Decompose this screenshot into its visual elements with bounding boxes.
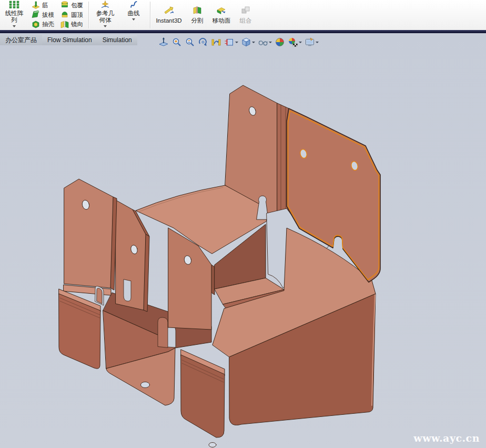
zoom-to-fit-icon: [158, 37, 169, 47]
tab-simulation[interactable]: Simulation: [97, 35, 137, 45]
reference-geometry-icon: [100, 1, 110, 10]
dropdown-caret: [252, 42, 255, 43]
dome-icon: [60, 10, 69, 19]
move-face-button[interactable]: 移动面: [209, 0, 234, 30]
rib-icon: [32, 1, 40, 10]
heads-up-view-toolbar: [158, 36, 319, 48]
toolbar-separator: [88, 2, 89, 28]
zoom-to-area-button[interactable]: [171, 36, 183, 48]
zoom-in-out-button[interactable]: [184, 36, 196, 48]
watermark: www.ayc.cn: [413, 432, 480, 444]
toolbar-separator: [150, 2, 150, 28]
linear-pattern-button[interactable]: 线性阵列: [0, 0, 28, 30]
toolbar-divider: [0, 30, 486, 33]
features-toolbar: 线性阵列 筋 拔模 抽壳 包覆 圆顶 镜向: [0, 0, 486, 30]
split-label: 分割: [191, 17, 204, 25]
graphics-viewport[interactable]: 办公室产品 Flow Simulation Simulation: [0, 33, 486, 448]
dropdown-caret: [104, 25, 107, 27]
dome-button[interactable]: 圆顶: [58, 11, 85, 19]
combine-button[interactable]: 组合: [234, 0, 258, 30]
view-orientation-icon: [241, 37, 251, 47]
edit-appearance-button[interactable]: [287, 36, 302, 48]
wrap-icon: [60, 1, 69, 10]
model-left-hem: [59, 286, 104, 369]
rotate-view-button[interactable]: [197, 36, 209, 48]
shell-button[interactable]: 抽壳: [29, 20, 56, 29]
command-tabs: 办公室产品 Flow Simulation Simulation: [0, 35, 137, 45]
display-style-button[interactable]: [257, 36, 272, 48]
instant3d-button[interactable]: Instant3D: [153, 0, 185, 30]
apply-scene-button[interactable]: [304, 36, 319, 48]
move-face-label: 移动面: [212, 17, 231, 25]
rib-button[interactable]: 筋: [29, 1, 56, 10]
tab-flow-simulation[interactable]: Flow Simulation: [42, 35, 97, 45]
rib-label: 筋: [42, 2, 48, 9]
wrap-label: 包覆: [71, 2, 83, 9]
linear-pattern-label: 线性阵列: [3, 10, 26, 24]
draft-icon: [32, 10, 40, 19]
dropdown-caret: [13, 25, 16, 27]
reference-geometry-button[interactable]: 参考几何体: [91, 0, 119, 30]
tab-label: Flow Simulation: [47, 36, 92, 44]
previous-view-button[interactable]: [210, 36, 222, 48]
hole: [209, 443, 216, 447]
wrap-button[interactable]: 包覆: [58, 1, 85, 10]
shell-icon: [32, 20, 40, 29]
view-orientation-button[interactable]: [240, 36, 256, 48]
move-face-icon: [216, 6, 227, 15]
mirror-button[interactable]: 镜向: [58, 20, 85, 29]
linear-pattern-icon: [9, 1, 19, 10]
section-view-icon: [224, 37, 235, 47]
model-center-hem: [181, 350, 225, 447]
dropdown-caret: [316, 42, 319, 43]
curves-icon: [129, 1, 138, 10]
split-icon: [193, 6, 202, 15]
dome-label: 圆顶: [71, 11, 83, 19]
section-view-button[interactable]: [224, 36, 239, 48]
curves-label: 曲线: [122, 10, 145, 17]
rotate-view-icon: [198, 37, 208, 47]
draft-label: 拔模: [42, 11, 54, 19]
hide-show-items-button[interactable]: [274, 36, 286, 48]
instant3d-icon: [163, 6, 175, 16]
combine-label: 组合: [240, 17, 252, 25]
reference-geometry-label: 参考几何体: [94, 10, 117, 24]
model-3d-view[interactable]: [0, 33, 486, 448]
mirror-icon: [60, 20, 69, 29]
dropdown-caret: [299, 42, 302, 43]
hole: [141, 382, 150, 388]
feature-column-2: 包覆 圆顶 镜向: [57, 0, 86, 30]
dropdown-caret: [269, 42, 272, 43]
edit-appearance-icon: [288, 37, 298, 47]
draft-button[interactable]: 拔模: [29, 11, 56, 19]
combine-icon: [241, 6, 250, 15]
mirror-label: 镜向: [71, 21, 83, 28]
instant3d-label: Instant3D: [156, 17, 181, 24]
hide-show-items-icon: [275, 37, 285, 47]
zoom-to-fit-button[interactable]: [158, 36, 169, 48]
dropdown-caret: [132, 18, 135, 21]
display-style-icon: [258, 37, 268, 47]
split-button[interactable]: 分割: [185, 0, 209, 30]
tab-label: Simulation: [103, 36, 132, 44]
model-left-flange-2: [116, 200, 149, 312]
shell-label: 抽壳: [42, 21, 54, 28]
previous-view-icon: [211, 37, 221, 47]
zoom-in-out-icon: [185, 37, 195, 47]
dropdown-caret: [235, 42, 238, 43]
curves-button[interactable]: 曲线: [119, 0, 148, 30]
tab-office-products[interactable]: 办公室产品: [0, 35, 42, 45]
tab-label: 办公室产品: [5, 36, 37, 45]
apply-scene-icon: [305, 37, 315, 47]
zoom-to-area-icon: [171, 37, 182, 47]
feature-column-1: 筋 拔模 抽壳: [28, 0, 57, 30]
